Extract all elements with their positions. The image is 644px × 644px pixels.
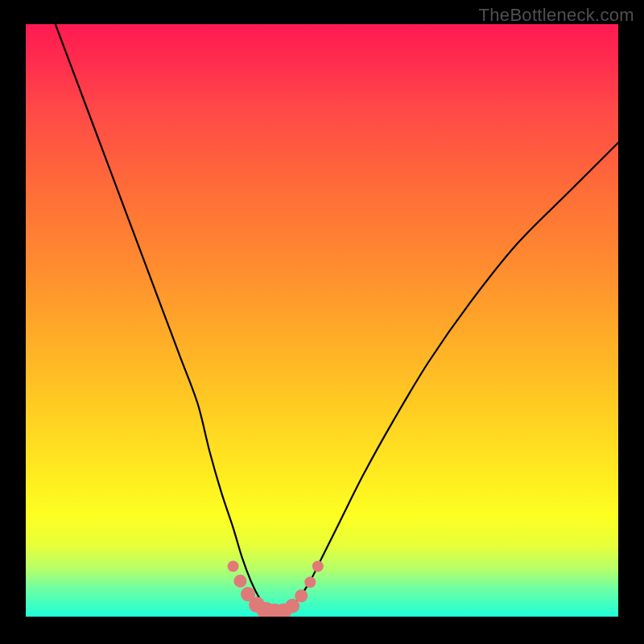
highlight-dot <box>304 576 316 588</box>
highlight-dot <box>312 560 324 572</box>
highlight-dot <box>295 589 308 602</box>
highlight-dot <box>233 575 246 588</box>
highlight-dot <box>228 560 239 572</box>
chart-frame: TheBottleneck.com <box>0 0 644 644</box>
watermark-text: TheBottleneck.com <box>479 5 634 26</box>
chart-svg <box>26 24 618 617</box>
chart-plot-area <box>26 24 618 617</box>
highlight-dots <box>228 560 324 617</box>
curve-left-arm <box>56 24 269 611</box>
curve-right-arm <box>287 142 618 610</box>
